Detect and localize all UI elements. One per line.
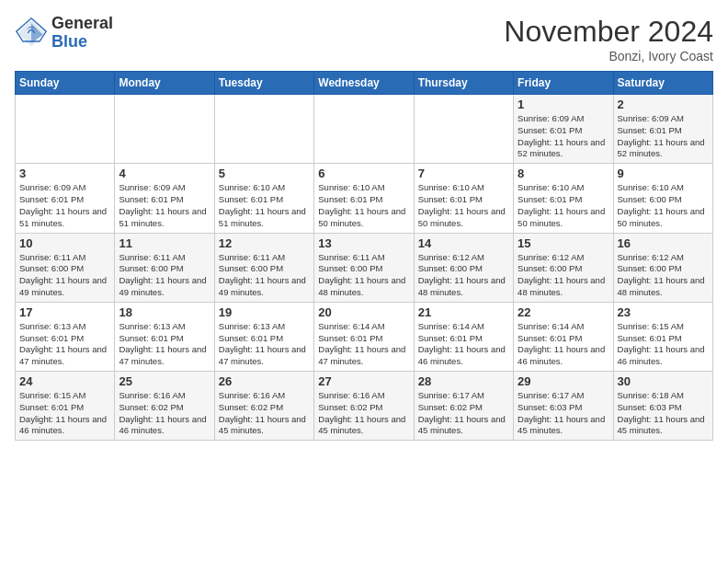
calendar-cell: 26Sunrise: 6:16 AM Sunset: 6:02 PM Dayli… (214, 372, 313, 441)
day-info: Sunrise: 6:12 AM Sunset: 6:00 PM Dayligh… (618, 252, 709, 299)
day-number: 10 (19, 236, 110, 250)
day-number: 26 (219, 374, 310, 388)
day-number: 27 (318, 374, 409, 388)
day-info: Sunrise: 6:15 AM Sunset: 6:01 PM Dayligh… (19, 390, 110, 437)
calendar-cell: 5Sunrise: 6:10 AM Sunset: 6:01 PM Daylig… (214, 164, 313, 233)
calendar-cell: 15Sunrise: 6:12 AM Sunset: 6:00 PM Dayli… (514, 233, 613, 302)
day-number: 1 (518, 98, 609, 111)
day-info: Sunrise: 6:11 AM Sunset: 6:00 PM Dayligh… (19, 252, 110, 299)
day-number: 29 (518, 374, 609, 388)
day-info: Sunrise: 6:18 AM Sunset: 6:03 PM Dayligh… (618, 390, 709, 437)
day-number: 30 (618, 374, 709, 388)
calendar-cell: 13Sunrise: 6:11 AM Sunset: 6:00 PM Dayli… (314, 233, 414, 302)
day-info: Sunrise: 6:10 AM Sunset: 6:01 PM Dayligh… (318, 182, 409, 229)
day-info: Sunrise: 6:13 AM Sunset: 6:01 PM Dayligh… (119, 321, 210, 368)
day-number: 20 (318, 305, 409, 319)
day-info: Sunrise: 6:09 AM Sunset: 6:01 PM Dayligh… (19, 182, 110, 229)
logo-blue: Blue (51, 33, 113, 52)
day-info: Sunrise: 6:16 AM Sunset: 6:02 PM Dayligh… (119, 390, 210, 437)
calendar-week-row: 1Sunrise: 6:09 AM Sunset: 6:01 PM Daylig… (16, 95, 713, 164)
day-info: Sunrise: 6:10 AM Sunset: 6:01 PM Dayligh… (518, 182, 609, 229)
day-number: 5 (219, 167, 310, 180)
day-info: Sunrise: 6:10 AM Sunset: 6:00 PM Dayligh… (618, 182, 709, 229)
calendar-cell: 23Sunrise: 6:15 AM Sunset: 6:01 PM Dayli… (613, 302, 712, 371)
calendar-cell: 24Sunrise: 6:15 AM Sunset: 6:01 PM Dayli… (16, 372, 115, 441)
day-info: Sunrise: 6:09 AM Sunset: 6:01 PM Dayligh… (119, 182, 210, 229)
calendar-cell: 25Sunrise: 6:16 AM Sunset: 6:02 PM Dayli… (115, 372, 214, 441)
calendar-week-row: 24Sunrise: 6:15 AM Sunset: 6:01 PM Dayli… (16, 372, 713, 441)
day-number: 14 (418, 236, 509, 250)
calendar-cell: 14Sunrise: 6:12 AM Sunset: 6:00 PM Dayli… (414, 233, 513, 302)
day-number: 18 (119, 305, 210, 319)
logo-icon (15, 17, 48, 50)
calendar-cell: 30Sunrise: 6:18 AM Sunset: 6:03 PM Dayli… (613, 372, 712, 441)
day-info: Sunrise: 6:12 AM Sunset: 6:00 PM Dayligh… (518, 252, 609, 299)
day-number: 23 (618, 305, 709, 319)
calendar-cell: 3Sunrise: 6:09 AM Sunset: 6:01 PM Daylig… (16, 164, 115, 233)
calendar-cell: 22Sunrise: 6:14 AM Sunset: 6:01 PM Dayli… (514, 302, 613, 371)
day-number: 24 (19, 374, 110, 388)
day-number: 16 (618, 236, 709, 250)
weekday-header: Thursday (414, 72, 513, 95)
calendar-cell: 29Sunrise: 6:17 AM Sunset: 6:03 PM Dayli… (514, 372, 613, 441)
weekday-header: Sunday (16, 72, 115, 95)
month-title: November 2024 (504, 15, 713, 49)
day-number: 22 (518, 305, 609, 319)
weekday-header: Monday (115, 72, 214, 95)
day-info: Sunrise: 6:13 AM Sunset: 6:01 PM Dayligh… (19, 321, 110, 368)
day-number: 19 (219, 305, 310, 319)
calendar-cell: 6Sunrise: 6:10 AM Sunset: 6:01 PM Daylig… (314, 164, 414, 233)
day-number: 15 (518, 236, 609, 250)
day-number: 6 (318, 167, 409, 180)
day-number: 2 (618, 98, 709, 111)
calendar-cell: 27Sunrise: 6:16 AM Sunset: 6:02 PM Dayli… (314, 372, 414, 441)
calendar-cell: 1Sunrise: 6:09 AM Sunset: 6:01 PM Daylig… (514, 95, 613, 164)
day-number: 7 (418, 167, 509, 180)
day-number: 28 (418, 374, 509, 388)
day-info: Sunrise: 6:11 AM Sunset: 6:00 PM Dayligh… (318, 252, 409, 299)
calendar-cell (414, 95, 513, 164)
calendar-cell (214, 95, 313, 164)
day-info: Sunrise: 6:15 AM Sunset: 6:01 PM Dayligh… (618, 321, 709, 368)
day-info: Sunrise: 6:13 AM Sunset: 6:01 PM Dayligh… (219, 321, 310, 368)
calendar-cell: 17Sunrise: 6:13 AM Sunset: 6:01 PM Dayli… (16, 302, 115, 371)
day-info: Sunrise: 6:11 AM Sunset: 6:00 PM Dayligh… (119, 252, 210, 299)
weekday-header: Saturday (613, 72, 712, 95)
day-number: 17 (19, 305, 110, 319)
day-info: Sunrise: 6:17 AM Sunset: 6:02 PM Dayligh… (418, 390, 509, 437)
day-info: Sunrise: 6:12 AM Sunset: 6:00 PM Dayligh… (418, 252, 509, 299)
day-number: 4 (119, 167, 210, 180)
logo: General Blue (15, 15, 113, 52)
calendar-cell: 10Sunrise: 6:11 AM Sunset: 6:00 PM Dayli… (16, 233, 115, 302)
day-info: Sunrise: 6:09 AM Sunset: 6:01 PM Dayligh… (618, 113, 709, 160)
day-number: 13 (318, 236, 409, 250)
calendar-cell: 18Sunrise: 6:13 AM Sunset: 6:01 PM Dayli… (115, 302, 214, 371)
day-info: Sunrise: 6:17 AM Sunset: 6:03 PM Dayligh… (518, 390, 609, 437)
calendar-cell (16, 95, 115, 164)
day-info: Sunrise: 6:16 AM Sunset: 6:02 PM Dayligh… (219, 390, 310, 437)
day-info: Sunrise: 6:14 AM Sunset: 6:01 PM Dayligh… (518, 321, 609, 368)
day-number: 8 (518, 167, 609, 180)
calendar-cell: 16Sunrise: 6:12 AM Sunset: 6:00 PM Dayli… (613, 233, 712, 302)
day-info: Sunrise: 6:16 AM Sunset: 6:02 PM Dayligh… (318, 390, 409, 437)
calendar-cell: 2Sunrise: 6:09 AM Sunset: 6:01 PM Daylig… (613, 95, 712, 164)
day-info: Sunrise: 6:10 AM Sunset: 6:01 PM Dayligh… (418, 182, 509, 229)
weekday-header: Friday (514, 72, 613, 95)
title-block: November 2024 Bonzi, Ivory Coast (504, 15, 713, 63)
calendar-cell: 4Sunrise: 6:09 AM Sunset: 6:01 PM Daylig… (115, 164, 214, 233)
day-info: Sunrise: 6:09 AM Sunset: 6:01 PM Dayligh… (518, 113, 609, 160)
day-number: 21 (418, 305, 509, 319)
calendar-cell: 7Sunrise: 6:10 AM Sunset: 6:01 PM Daylig… (414, 164, 513, 233)
calendar-week-row: 10Sunrise: 6:11 AM Sunset: 6:00 PM Dayli… (16, 233, 713, 302)
location: Bonzi, Ivory Coast (504, 49, 713, 63)
calendar-table: SundayMondayTuesdayWednesdayThursdayFrid… (15, 71, 713, 441)
day-number: 12 (219, 236, 310, 250)
weekday-header: Tuesday (214, 72, 313, 95)
calendar-week-row: 17Sunrise: 6:13 AM Sunset: 6:01 PM Dayli… (16, 302, 713, 371)
calendar-week-row: 3Sunrise: 6:09 AM Sunset: 6:01 PM Daylig… (16, 164, 713, 233)
page-header: General Blue November 2024 Bonzi, Ivory … (15, 15, 713, 63)
calendar-cell: 28Sunrise: 6:17 AM Sunset: 6:02 PM Dayli… (414, 372, 513, 441)
calendar-cell: 20Sunrise: 6:14 AM Sunset: 6:01 PM Dayli… (314, 302, 414, 371)
day-info: Sunrise: 6:14 AM Sunset: 6:01 PM Dayligh… (418, 321, 509, 368)
day-info: Sunrise: 6:14 AM Sunset: 6:01 PM Dayligh… (318, 321, 409, 368)
